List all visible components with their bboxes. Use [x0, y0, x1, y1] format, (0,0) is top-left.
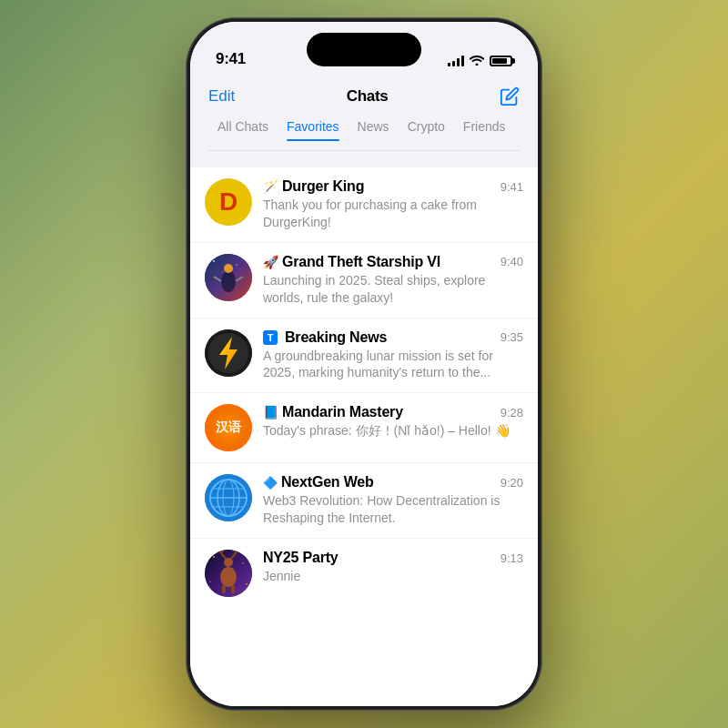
chat-preview: A groundbreaking lunar mission is set fo… [263, 348, 523, 382]
svg-point-3 [245, 258, 247, 260]
chat-name: NextGen Web [281, 474, 374, 490]
list-item[interactable]: T Breaking News 9:35 A groundbreaking lu… [190, 318, 538, 394]
edit-button[interactable]: Edit [208, 87, 235, 106]
svg-point-31 [213, 556, 215, 558]
chat-icon: 🪄 [263, 179, 278, 194]
chat-icon: 🔷 [263, 476, 278, 490]
svg-point-34 [246, 583, 248, 585]
chat-preview: Jennie [263, 568, 523, 585]
svg-point-32 [242, 562, 244, 564]
page-title: Chats [347, 87, 389, 106]
chat-time: 9:20 [500, 476, 523, 490]
svg-point-2 [236, 264, 238, 266]
svg-point-1 [213, 260, 215, 262]
chat-list: D 🪄 Durger King 9:41 Thank you for purch… [190, 167, 538, 706]
tab-crypto[interactable]: Crypto [399, 116, 454, 141]
list-item[interactable]: 🔷 NextGen Web 9:20 Web3 Revolution: How … [190, 463, 538, 539]
chat-time: 9:35 [500, 330, 523, 344]
chat-content: NY25 Party 9:13 Jennie [263, 550, 523, 585]
battery-icon [490, 56, 512, 66]
avatar [205, 254, 252, 301]
svg-point-6 [224, 264, 233, 273]
list-item[interactable]: 🚀 Grand Theft Starship VI 9:40 Launching… [190, 243, 538, 318]
chat-name: NY25 Party [263, 550, 339, 566]
chat-content: 🚀 Grand Theft Starship VI 9:40 Launching… [263, 254, 523, 307]
avatar: 汉语 [205, 404, 252, 451]
list-item[interactable]: NY25 Party 9:13 Jennie [190, 539, 538, 608]
list-item[interactable]: 汉语 📘 Mandarin Mastery 9:28 Today's phras… [190, 393, 538, 463]
phone-screen: 9:41 [190, 22, 538, 706]
filter-tabs: All Chats Favorites News Crypto Friends [208, 116, 520, 151]
chat-content: 🪄 Durger King 9:41 Thank you for purchas… [263, 178, 523, 231]
svg-point-33 [209, 581, 211, 582]
chat-time: 9:13 [500, 551, 523, 565]
chat-time: 9:28 [500, 406, 523, 420]
chat-preview: Launching in 2025. Steal ships, explore … [263, 272, 523, 307]
avatar [205, 550, 252, 597]
svg-point-21 [224, 558, 233, 567]
tab-all-chats[interactable]: All Chats [208, 116, 278, 141]
tab-favorites[interactable]: Favorites [278, 116, 349, 141]
chat-icon: T [263, 330, 278, 345]
status-icons [448, 54, 512, 68]
phone-frame: 9:41 [187, 18, 541, 710]
compose-button[interactable] [500, 86, 520, 106]
chat-icon: 🚀 [263, 255, 278, 269]
svg-rect-29 [222, 585, 226, 593]
svg-point-28 [220, 567, 237, 587]
svg-rect-30 [231, 585, 235, 593]
avatar: D [205, 178, 252, 226]
tab-news[interactable]: News [349, 116, 399, 141]
tab-friends[interactable]: Friends [454, 116, 515, 141]
chat-name: Mandarin Mastery [282, 404, 403, 420]
dynamic-island [307, 33, 421, 66]
chat-name: Breaking News [285, 329, 387, 346]
app-header: Edit Chats All Chats Favorites News Cryp… [190, 76, 538, 151]
chat-name: Durger King [282, 178, 364, 195]
chat-content: 📘 Mandarin Mastery 9:28 Today's phrase: … [263, 404, 523, 440]
chat-time: 9:40 [500, 255, 523, 268]
chat-content: T Breaking News 9:35 A groundbreaking lu… [263, 329, 523, 382]
list-item[interactable]: D 🪄 Durger King 9:41 Thank you for purch… [190, 167, 538, 243]
avatar [205, 329, 252, 377]
wifi-icon [470, 54, 484, 68]
chat-time: 9:41 [500, 180, 523, 194]
chat-name: Grand Theft Starship VI [282, 254, 440, 270]
chat-icon: 📘 [263, 405, 278, 420]
svg-point-4 [222, 271, 223, 272]
signal-icon [448, 56, 464, 66]
chat-preview: Web3 Revolution: How Decentralization is… [263, 492, 523, 527]
status-time: 9:41 [216, 50, 246, 68]
chat-preview: Thank you for purchasing a cake from Dur… [263, 197, 523, 231]
chat-content: 🔷 NextGen Web 9:20 Web3 Revolution: How … [263, 474, 523, 527]
avatar [205, 474, 252, 521]
chat-preview: Today's phrase: 你好！(Nǐ hǎo!) – Hello! 👋 [263, 422, 523, 440]
svg-point-5 [221, 270, 236, 292]
